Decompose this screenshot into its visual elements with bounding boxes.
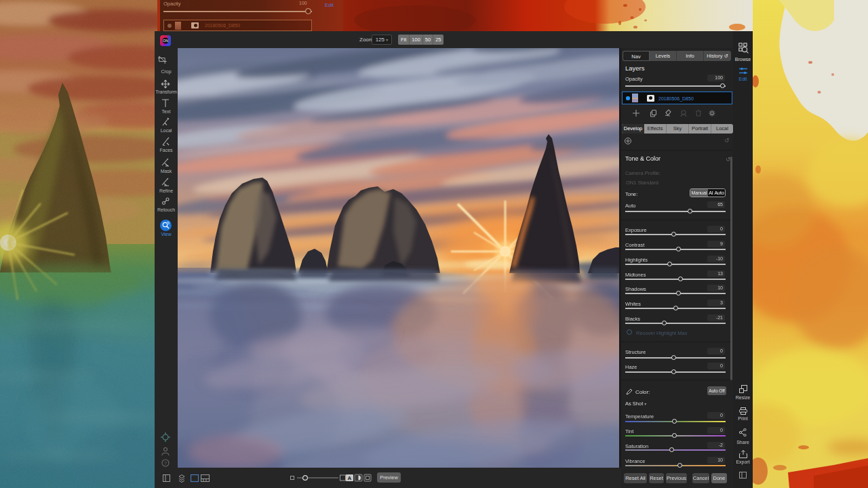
- svg-text:ON: ON: [163, 39, 168, 43]
- svg-text:?: ?: [164, 461, 167, 466]
- svg-text:A: A: [348, 475, 352, 481]
